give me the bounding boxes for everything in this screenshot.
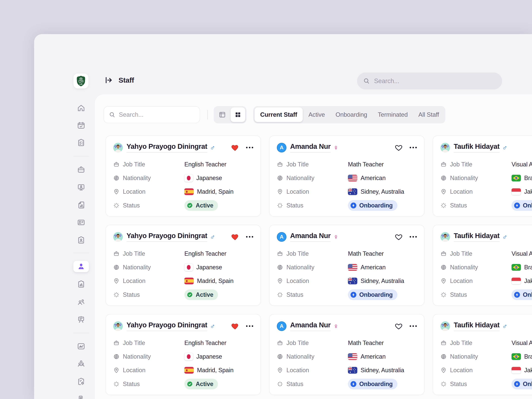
favorite-button[interactable] [231,233,239,241]
home-icon [77,104,85,112]
card-fields: Job Title Math Teacher Nationality Ameri… [277,159,417,211]
status-value: Onboarding [348,379,397,389]
staff-name[interactable]: Yahyo Prayogo Diningrat [127,232,207,242]
sidebar-item-analytics[interactable] [77,342,85,351]
location-label: Location [277,278,348,285]
status-label-cell: Status [113,202,184,209]
location-flag-icon [348,188,357,195]
briefcase-icon [277,251,283,257]
status-label-cell: Status [277,291,348,298]
globe-icon [277,354,283,360]
user-group-icon [77,298,85,306]
tab-current-staff[interactable]: Current Staff [254,108,303,122]
sidebar-item-staff[interactable] [73,261,89,272]
briefcase-icon [113,251,120,257]
sidebar-item-calendar[interactable] [77,121,85,130]
card-header: A Amanda Nur ♀ [277,142,417,153]
status-badge: Onboarding [512,379,532,389]
sidebar-item-classes[interactable] [77,315,85,324]
staff-name[interactable]: Amanda Nur [290,321,331,331]
sidebar-item-evaluations[interactable] [77,280,85,288]
nationality-row: Nationality Japanese [113,262,253,272]
presentation-easel-icon [77,315,85,324]
favorite-button[interactable] [395,233,403,241]
avatar [113,321,123,331]
card-header: Taufik Hidayat ♂ [440,232,532,242]
status-row: Status Active [113,379,253,389]
job-title-row: Job Title Visual Arts Teacher [440,248,532,259]
sidebar-expand-icon[interactable] [105,76,113,84]
grid-view-button[interactable] [231,108,245,122]
spinner-icon [113,291,120,298]
status-text: Onboarding [523,291,532,298]
staff-search-input[interactable] [119,106,200,123]
card-menu-button[interactable] [246,147,253,148]
job-title-row: Job Title Math Teacher [277,159,417,170]
nationality-label: Nationality [113,353,184,360]
status-label-cell: Status [440,202,512,209]
page-header: Staff [105,76,134,84]
sidebar-item-remote-staff[interactable] [77,183,85,192]
sidebar-item-contracts[interactable] [77,201,85,209]
staff-name[interactable]: Amanda Nur [290,232,331,242]
spinner-icon [113,202,120,209]
status-row: Status Active [113,200,253,211]
card-menu-button[interactable] [410,236,417,238]
sidebar-item-home[interactable] [77,104,85,112]
tab-onboarding[interactable]: Onboarding [330,108,372,122]
favorite-button[interactable] [231,144,239,152]
status-badge: Onboarding [512,200,532,211]
building-user-icon [77,395,85,399]
job-title-value: Visual Arts Teacher [512,250,532,257]
tab-all-staff[interactable]: All Staff [413,108,444,122]
card-fields: Job Title Math Teacher Nationality Ameri… [277,248,417,300]
nationality-flag-icon [348,175,357,181]
staff-name[interactable]: Taufik Hidayat [454,321,500,331]
global-search-input[interactable] [374,72,502,90]
location-flag-icon [348,278,357,284]
briefcase-icon [113,161,120,168]
favorite-button[interactable] [231,322,239,330]
table-view-icon [218,111,226,119]
staff-name[interactable]: Yahyo Prayogo Diningrat [127,142,207,153]
favorite-button[interactable] [395,144,403,152]
sidebar-item-approvals[interactable] [77,377,85,386]
location-label: Location [277,188,348,195]
sidebar-item-applicants[interactable] [77,236,85,244]
lightning-icon [350,380,357,387]
favorite-button[interactable] [395,322,403,330]
globe-icon [277,264,283,271]
status-value: Onboarding [348,289,397,300]
staff-name[interactable]: Yahyo Prayogo Diningrat [127,321,207,331]
status-text: Onboarding [523,380,532,387]
status-row: Status Onboarding [277,289,417,300]
tab-terminated[interactable]: Terminated [373,108,413,122]
sidebar-item-groups[interactable] [77,298,85,306]
avatar-initial: A [277,232,286,242]
briefcase-icon [440,161,447,168]
staff-name[interactable]: Amanda Nur [290,142,331,153]
card-menu-button[interactable] [246,325,253,327]
sidebar-item-jobs[interactable] [77,165,85,174]
avatar [113,232,123,242]
status-row: Status Onboarding [277,379,417,389]
sidebar-item-campus[interactable] [77,395,85,399]
card-menu-button[interactable] [246,236,253,238]
app-logo[interactable]: LIS [74,74,89,89]
staff-name[interactable]: Taufik Hidayat [454,232,500,242]
location-label: Location [440,278,512,285]
tab-active[interactable]: Active [304,108,330,122]
sidebar-item-tasks[interactable] [77,138,85,147]
sidebar-item-id-cards[interactable] [77,218,85,227]
gender-icon: ♂ [502,144,507,151]
heart-outline-icon [395,322,403,330]
status-label-cell: Status [277,202,348,209]
card-menu-button[interactable] [410,325,417,327]
staff-name[interactable]: Taufik Hidayat [454,142,500,153]
nationality-label: Nationality [440,175,512,182]
sidebar-item-departments[interactable] [77,359,85,368]
card-menu-button[interactable] [410,147,417,148]
table-view-button[interactable] [215,108,230,122]
location-row: Location Madrid, Spain [113,276,253,286]
nationality-label: Nationality [440,353,512,360]
